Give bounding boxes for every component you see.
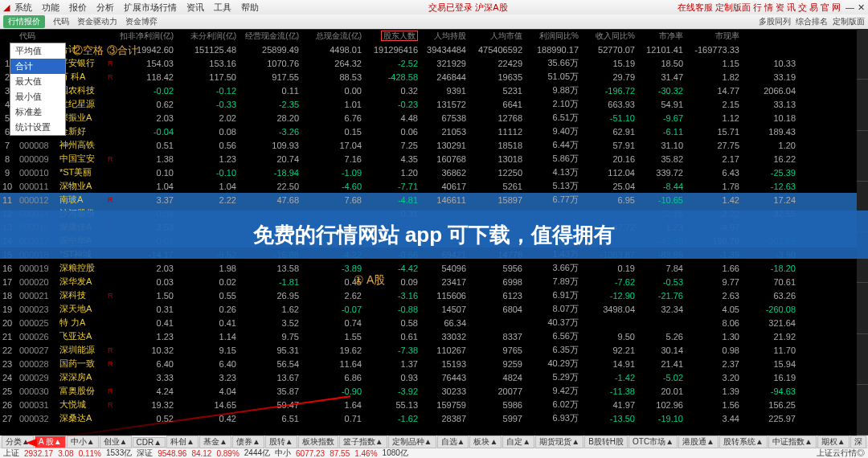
menulink[interactable]: 官: [821, 2, 829, 14]
bottom-tab[interactable]: 基金▲: [199, 436, 231, 448]
menulink[interactable]: 在线客服: [678, 2, 713, 14]
table-row[interactable]: 19000023深天地A0.310.261.62-0.07-0.88145076…: [0, 302, 868, 316]
bottom-tab[interactable]: 定制品种▲: [388, 436, 436, 448]
table-row[interactable]: 18000021深科技R1.500.5526.952.62-3.16115606…: [0, 288, 868, 302]
cz-label: 深证: [137, 448, 153, 458]
table-row[interactable]: 11000012南玻AR3.372.2247.687.68-4.81146611…: [0, 193, 868, 207]
bottom-tab[interactable]: 中小▲: [67, 436, 99, 448]
bottom-tab[interactable]: 深: [850, 436, 866, 448]
bottom-tab[interactable]: 板块指数: [298, 436, 338, 448]
aggregate-dropdown[interactable]: 平均值合计最大值最小值标准差统计设置: [10, 43, 66, 136]
table-row[interactable]: 16000019深粮控股2.031.9813.58-3.89-4.4254096…: [0, 261, 868, 275]
menulink[interactable]: 网: [832, 2, 841, 14]
menulink[interactable]: 行: [753, 2, 762, 14]
close-icon[interactable]: ✕: [858, 2, 865, 13]
menulink[interactable]: 易: [809, 2, 818, 14]
zx-val: 6077.23: [296, 449, 325, 458]
toolbar: 行情报价 代码资金驱动力资金博弈 多股同列综合排名定制版面: [0, 14, 868, 29]
menulink[interactable]: 讯: [787, 2, 796, 14]
bottom-tab[interactable]: 科创▲: [166, 436, 199, 448]
bottom-tab[interactable]: 中证指数▲: [768, 436, 817, 448]
menu-扩展市场行情[interactable]: 扩展市场行情: [124, 2, 177, 14]
tool-right[interactable]: 定制版面: [833, 16, 865, 27]
arrow-head-icon: [26, 439, 37, 447]
bottom-tab[interactable]: 篮子指数▲: [339, 436, 387, 448]
menulink[interactable]: 交: [798, 2, 807, 14]
table-row[interactable]: 25000030富奥股份R4.244.0435.87-0.90-3.923023…: [0, 384, 868, 398]
bottom-tab[interactable]: CDR▲: [133, 437, 166, 448]
dd-item[interactable]: 标准差: [10, 104, 65, 120]
dd-item[interactable]: 最大值: [10, 74, 65, 89]
menulink[interactable]: 情: [764, 2, 773, 14]
table-row[interactable]: 1000001平安银行R154.03153.161070.76264.32-2.…: [0, 56, 868, 70]
bottom-tab[interactable]: 股转系统▲: [719, 436, 768, 448]
col-header[interactable]: 未分利润(亿): [178, 31, 241, 42]
bottom-tab[interactable]: B股转H股: [584, 436, 628, 448]
status-extra: 上证云行情◎: [817, 448, 865, 458]
dd-item[interactable]: 平均值: [10, 43, 65, 59]
bottom-tab[interactable]: 创业▲: [100, 436, 132, 448]
menu-帮助[interactable]: 帮助: [241, 2, 259, 14]
tool-item[interactable]: 代码: [53, 16, 69, 27]
col-header[interactable]: 股东人数: [366, 31, 423, 42]
menu-功能[interactable]: 功能: [42, 2, 59, 14]
table-row[interactable]: 20000025特 力A0.410.413.520.740.5866.3440.…: [0, 316, 868, 329]
sz-val: 2932.17: [24, 449, 53, 458]
circle-a-label: ① A股: [354, 273, 385, 288]
col-header[interactable]: 扣非净利润(亿): [116, 31, 178, 42]
col-header[interactable]: 市现率: [688, 31, 744, 42]
bottom-tab[interactable]: 港股通▲: [678, 436, 719, 448]
table-row[interactable]: 24000029深深房A3.333.2313.676.860.937644348…: [0, 370, 868, 384]
bottom-tab[interactable]: 自定▲: [502, 436, 534, 448]
table-row[interactable]: 26000031大悦城R19.3214.6559.471.6455.131597…: [0, 398, 868, 411]
dd-item[interactable]: 统计设置: [10, 120, 65, 135]
table-row[interactable]: 9000010*ST美丽0.10-0.10-18.94-1.091.203686…: [0, 166, 868, 179]
table-row[interactable]: 23000028国药一致R6.406.4056.5411.641.3715193…: [0, 357, 868, 370]
col-header[interactable]: 市净率: [640, 31, 688, 42]
dd-item[interactable]: 最小值: [10, 89, 65, 104]
table-row[interactable]: 3000004国农科技-0.02-0.120.110.000.329391523…: [0, 84, 868, 97]
table-row[interactable]: 17000020深华发A0.030.02-1.810.450.092341769…: [0, 275, 868, 288]
table-row[interactable]: 7000008神州高铁0.510.56109.9317.047.25130291…: [0, 138, 868, 152]
tool-right[interactable]: 多股同列: [759, 16, 791, 27]
minimize-icon[interactable]: —: [845, 2, 854, 12]
bottom-tab[interactable]: 自选▲: [437, 436, 469, 448]
bottom-tab[interactable]: 期货现货▲: [535, 436, 583, 448]
bottom-tab[interactable]: 债券▲: [232, 436, 264, 448]
col-header[interactable]: 经营现金流(亿): [241, 31, 304, 42]
app-icon: ◢: [3, 2, 10, 13]
col-header[interactable]: 利润同比%: [527, 31, 583, 42]
menulink[interactable]: 资: [776, 2, 784, 14]
bottom-tab[interactable]: 期权▲: [817, 436, 850, 448]
table-row[interactable]: 8000009中国宝安R1.381.2320.747.164.351607681…: [0, 152, 868, 166]
table-row[interactable]: 21000026飞亚达A1.231.149.751.550.6133032833…: [0, 329, 868, 343]
bottom-tab[interactable]: OTC市场▲: [628, 436, 678, 448]
table-row[interactable]: 6000007全新好-0.040.08-3.260.150.0621053111…: [0, 125, 868, 138]
menu-报价[interactable]: 报价: [69, 2, 87, 14]
tab-quotes[interactable]: 行情报价: [3, 15, 45, 28]
table-row[interactable]: 2000002万 科AR118.42117.50917.5588.53-428.…: [0, 70, 868, 84]
table-row[interactable]: 5000006深振业A2.032.0228.206.764.4867538127…: [0, 111, 868, 125]
menu-工具[interactable]: 工具: [214, 2, 231, 14]
title-status: 交易已登录 沪深A股: [259, 2, 678, 14]
dd-item[interactable]: 合计: [10, 59, 65, 74]
table-row[interactable]: 27000032深桑达A0.520.426.510.71-1.622838759…: [0, 411, 868, 425]
tool-right[interactable]: 综合排名: [796, 16, 828, 27]
menu-系统[interactable]: 系统: [14, 2, 32, 14]
menu-资讯[interactable]: 资讯: [186, 2, 204, 14]
table-row[interactable]: 22000027深圳能源R10.329.1595.3119.62-7.38110…: [0, 343, 868, 357]
col-header[interactable]: 收入同比%: [583, 31, 640, 42]
menu-分析[interactable]: 分析: [96, 2, 114, 14]
table-row[interactable]: 10000011深物业A1.041.0422.50-4.60-7.7140617…: [0, 179, 868, 193]
tool-item[interactable]: 资金博弈: [125, 16, 158, 27]
col-header[interactable]: 总现金流(亿): [304, 31, 366, 42]
zx-chg: 87.55: [330, 449, 350, 458]
col-header[interactable]: 人均市值: [471, 31, 527, 42]
tool-item[interactable]: 资金驱动力: [77, 16, 117, 27]
bottom-tab[interactable]: 板块▲: [469, 436, 502, 448]
table-row[interactable]: 4000005世纪星源0.62-0.33-2.351.01-0.23131572…: [0, 97, 868, 111]
menulink[interactable]: 定制版面: [715, 2, 751, 14]
bottom-tab[interactable]: 股转▲: [265, 436, 297, 448]
col-header[interactable]: 人均持股: [423, 31, 471, 42]
col-header[interactable]: 代码: [19, 31, 59, 42]
